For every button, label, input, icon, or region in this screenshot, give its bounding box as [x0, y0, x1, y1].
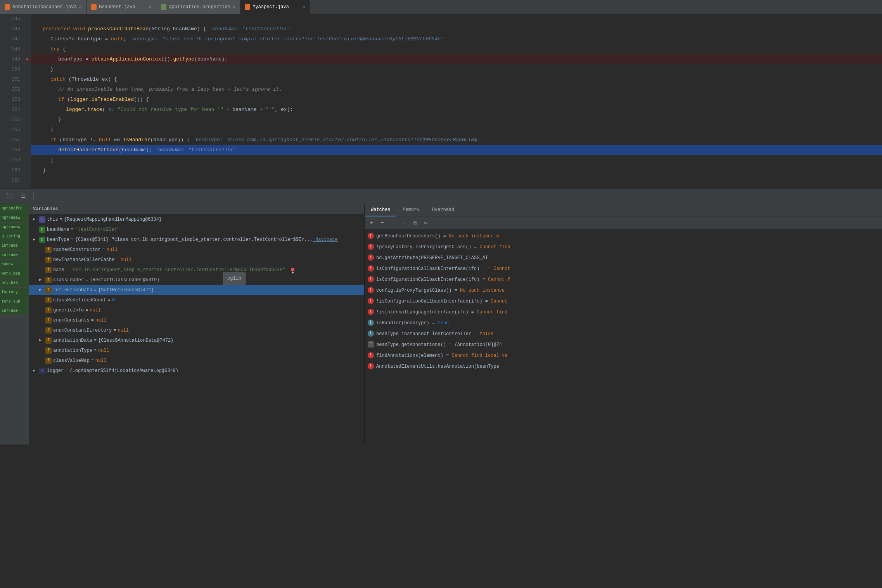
var-item-logger[interactable]: ▶ ∞ logger = {LogAdapter$Slf4jLocationAw… — [29, 366, 364, 376]
watch-item-notisconfigcallback[interactable]: ! !isConfigurationCallbackInterface(ifc)… — [365, 296, 882, 307]
var-item-reflectiondata[interactable]: ▶ f reflectionData = {SoftReference@7471… — [29, 285, 364, 295]
watch-item-isconfigcallback1[interactable]: ! isConfigurationCallbackInterface(ifc) … — [365, 263, 882, 274]
var-item-this[interactable]: ▶ t this = {RequestMappingHandlerMapping… — [29, 214, 364, 225]
code-line-258: detectHandlerMethods(beanName); beanName… — [31, 145, 882, 155]
var-item-beanname[interactable]: p beanName = "testController" — [29, 225, 364, 235]
expander[interactable] — [33, 225, 39, 234]
code-content[interactable]: protected void processCandidateBean(Stri… — [31, 14, 882, 188]
tab-close[interactable]: ✕ — [303, 4, 305, 9]
expander[interactable] — [39, 356, 45, 365]
spring-label: tory.sup — [0, 297, 29, 306]
remove-watch-button[interactable]: − — [378, 218, 387, 227]
var-item-genericinfo[interactable]: f genericInfo = null — [29, 305, 364, 315]
step-over-button[interactable]: ⬛ — [4, 191, 15, 202]
field-icon: f — [45, 277, 52, 283]
watch-item-notisinternallanguage[interactable]: ! !isInternalLanguageInterface(ifc) = Ca… — [365, 307, 882, 318]
tab-close[interactable]: ✕ — [79, 4, 82, 9]
watches-tab[interactable]: Watches — [365, 204, 396, 216]
variables-list[interactable]: ▶ t this = {RequestMappingHandlerMapping… — [29, 214, 364, 444]
watches-panel: Watches Memory Overhead + − ↑ ↓ ⎘ ∞ ! ge — [365, 204, 882, 444]
tab-application-properties[interactable]: application.properties ✕ — [156, 0, 240, 14]
tab-annotations-scanner[interactable]: AnnotationsScanner.java ✕ — [0, 0, 86, 14]
infinity-button[interactable]: ∞ — [421, 218, 431, 227]
expander[interactable]: ▶ — [33, 215, 39, 224]
watch-item-beantypeinstanceof[interactable]: i beanType instanceof TestController = f… — [365, 329, 882, 339]
var-item-classredefinedcount[interactable]: f classRedefinedCount = 0 — [29, 295, 364, 305]
watch-item-beantype-getannotations[interactable]: ☰ beanType.getAnnotations() = {Annotatio… — [365, 339, 882, 350]
expander[interactable] — [39, 245, 45, 254]
error-icon: ! — [368, 276, 374, 282]
copy-button[interactable]: ⎘ — [410, 218, 420, 227]
error-icon: ! — [368, 244, 374, 250]
tab-label: BeanPost.java — [99, 4, 135, 10]
tab-bar: AnnotationsScanner.java ✕ BeanPost.java … — [0, 0, 882, 14]
watch-item-isconfigcallback2[interactable]: ! isConfigurationCallbackInterface(ifc) … — [365, 274, 882, 285]
tab-my-aspect[interactable]: MyAspect.java ✕ — [240, 0, 310, 14]
error-icon: ! — [368, 254, 374, 261]
expander[interactable] — [39, 306, 45, 315]
watch-item-findannotations[interactable]: ! findAnnotations(element) = Cannot find… — [365, 350, 882, 361]
tab-close[interactable]: ✕ — [149, 4, 152, 9]
code-line: Class<?> beanType = null; beanType: "cla… — [31, 34, 882, 44]
expander[interactable] — [39, 296, 45, 305]
expander[interactable]: ▶ — [33, 235, 39, 244]
watch-item-proxyfactory[interactable]: ! !proxyFactory.isProxyTargetClass() = C… — [365, 242, 882, 252]
var-item-name[interactable]: f name = "com.lb.springboot_simple_start… — [29, 265, 364, 275]
watch-item-annotatedelementutils[interactable]: ! AnnotatedElementUtils.hasAnnotation(be… — [365, 361, 882, 372]
navigate-link[interactable]: Navigate — [313, 235, 338, 244]
var-item-cachedconstructor[interactable]: f cachedConstructor = null — [29, 245, 364, 255]
spring-label: factory. — [0, 288, 29, 297]
editor-area: 245 246 247 248 249 250 251 252 253 254 … — [0, 14, 882, 189]
var-item-annotationdata[interactable]: ▶ f annotationData = {Class$AnnotationDa… — [29, 336, 364, 346]
add-watch-button[interactable]: + — [367, 218, 376, 227]
tab-close[interactable]: ✕ — [233, 4, 235, 9]
var-item-classloader[interactable]: ▶ f classLoader = {RestartClassLoader@53… — [29, 275, 364, 285]
expander[interactable] — [39, 346, 45, 355]
expander[interactable] — [39, 316, 45, 325]
move-up-button[interactable]: ↑ — [389, 218, 398, 227]
memory-tab[interactable]: Memory — [396, 204, 425, 216]
tab-label: AnnotationsScanner.java — [12, 4, 77, 10]
expander[interactable] — [39, 326, 45, 335]
code-line: if (logger.isTraceEnabled()) { — [31, 95, 882, 105]
error-icon: ! — [368, 363, 374, 369]
watch-item-ishandler[interactable]: i isHandler(beanType) = true — [365, 318, 882, 329]
var-item-annotationtype[interactable]: f annotationType = null — [29, 346, 364, 356]
modified-indicator: ● — [291, 268, 294, 271]
expander[interactable]: ▶ — [33, 366, 39, 375]
variables-toggle[interactable]: ☰ — [18, 191, 29, 202]
spring-label: springfra — [0, 204, 29, 213]
watch-item-configisproxytargetclass[interactable]: ! config.isProxyTargetClass() = No such … — [365, 285, 882, 296]
expander[interactable]: ▶ — [39, 336, 45, 345]
overhead-tab[interactable]: Overhead — [426, 204, 461, 216]
watch-item-getbeanpostprocessors[interactable]: ! getBeanPostProcessors() = No such inst… — [365, 231, 882, 242]
var-item-classvaluemap[interactable]: f classValueMap = null — [29, 356, 364, 366]
tab-bean-post[interactable]: BeanPost.java ✕ — [86, 0, 156, 14]
field-icon: f — [45, 257, 52, 263]
spring-labels-strip: springfra ngframew ngframew g.spring inf… — [0, 204, 29, 444]
expander[interactable]: ▶ — [39, 285, 45, 295]
field-icon: f — [45, 297, 52, 303]
var-item-enumconstantdirectory[interactable]: f enumConstantDirectory = null — [29, 325, 364, 336]
expander[interactable] — [39, 265, 45, 275]
expander[interactable] — [39, 255, 45, 265]
code-line: } — [31, 165, 882, 175]
expander[interactable]: ▶ — [39, 275, 45, 285]
this-icon: t — [39, 216, 45, 223]
field-icon: f — [45, 327, 52, 334]
move-down-button[interactable]: ↓ — [399, 218, 409, 227]
spring-label: ramew. — [0, 260, 29, 269]
var-item-beantype[interactable]: ▶ p beanType = {Class@5341} "class com.l… — [29, 235, 364, 245]
code-line-249: beanType = obtainApplicationContext().ge… — [31, 54, 882, 64]
gutter: ● — [23, 14, 31, 188]
error-icon: ! — [368, 352, 374, 358]
java-icon — [245, 4, 250, 10]
debugger-toolbar: ⬛ ☰ — [0, 189, 882, 204]
code-line: } — [31, 125, 882, 135]
var-item-newinstancecallercache[interactable]: f newInstanceCallerCache = null — [29, 255, 364, 265]
watches-list[interactable]: ! getBeanPostProcessors() = No such inst… — [365, 229, 882, 444]
watch-item-bdgetattribute[interactable]: ! bd.getAttribute(PRESERVE_TARGET_CLASS_… — [365, 252, 882, 263]
code-line: logger.trace( o: "Could not resolve type… — [31, 105, 882, 115]
spring-label: ngframew — [0, 213, 29, 223]
var-item-enumconstants[interactable]: f enumConstants = null — [29, 315, 364, 325]
